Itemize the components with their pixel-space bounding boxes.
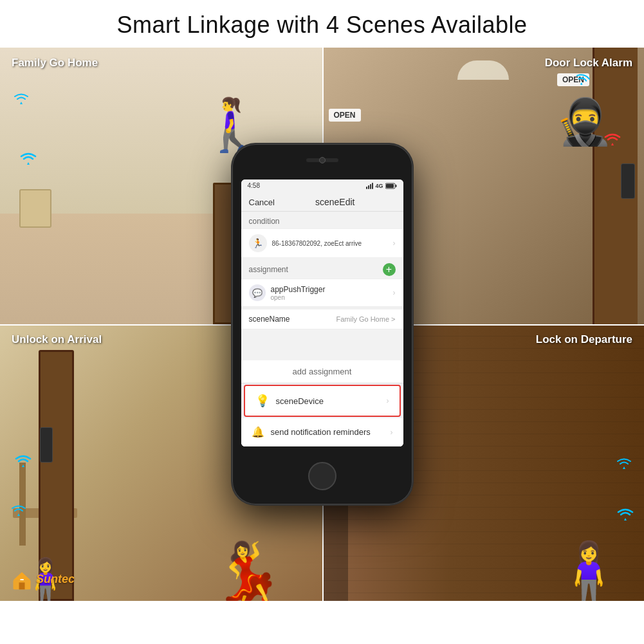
condition-value: 86-18367802092, zoeEct arrive [272,240,388,247]
wifi-signal-1 [19,151,37,168]
bottom-sheet-title: add assignment [241,360,403,383]
notification-chevron: › [391,428,393,437]
page-title: Smart Linkage with 4 Scenes Available [0,0,644,48]
assignment-sub-0: open [271,294,388,301]
phone-device: 4:58 4G [232,144,412,504]
scene-label-departure: Lock on Departure [536,333,632,346]
wifi-signal-arrival-2 [12,504,26,519]
svg-rect-2 [19,582,25,589]
scene-name-row[interactable]: sceneName Family Go Home > [241,307,403,329]
assignment-label: assignment [249,265,288,274]
phone-home-button[interactable] [308,462,336,490]
assignment-add-button[interactable]: + [383,263,396,276]
wifi-signal-departure-2 [617,457,631,472]
scene-label-door-lock: Door Lock Alarm [545,57,632,69]
suntec-brand-text: Suntec [36,573,75,586]
notification-icon: 🔔 [252,426,264,438]
scene-label-unlock: Unlock on Arrival [12,333,102,346]
notification-label: send notification reminders [271,427,384,437]
assignment-header: assignment + [241,258,403,279]
scene-device-chevron: › [387,396,389,405]
scene-name-value: Family Go Home > [336,315,396,323]
bottom-sheet-item-scene-device[interactable]: 💡 sceneDevice › [244,385,401,417]
assignment-icon-0: 💬 [249,284,266,301]
condition-label: condition [241,212,403,228]
condition-icon: 🏃 [249,234,267,252]
open-badge-2: OPEN [329,109,361,122]
svg-rect-6 [395,185,396,187]
status-time: 4:58 [248,182,260,189]
scene-label-family: Family Go Home [12,57,98,69]
wifi-signal-red-1 [603,131,621,149]
bottom-sheet-item-notification[interactable]: 🔔 send notification reminders › [241,418,403,446]
assignment-chevron-0: › [393,288,396,297]
assignment-main-0: appPushTrigger [271,285,388,294]
bottom-sheet: add assignment 💡 sceneDevice › 🔔 send no… [241,360,403,446]
status-bar: 4:58 4G [241,179,403,192]
svg-marker-1 [14,572,31,580]
phone-camera [319,157,326,163]
screen-nav: Cancel sceneEdit [241,192,403,212]
wifi-signal-arrival-1 [14,453,32,470]
svg-rect-7 [386,184,394,188]
wifi-signal-departure-1 [616,506,634,524]
suntec-logo: Suntec [10,567,75,591]
condition-chevron: › [393,239,396,248]
network-type: 4G [375,183,383,189]
nav-title: sceneEdit [315,197,354,207]
scene-device-icon: 💡 [255,394,270,408]
battery-icon [385,183,397,189]
nav-cancel[interactable]: Cancel [249,198,275,207]
condition-row[interactable]: 🏃 86-18367802092, zoeEct arrive › [241,228,403,258]
status-icons: 4G [366,183,396,189]
wifi-signal-2 [14,93,28,107]
phone-screen: 4:58 4G [241,179,403,446]
scenes-grid: 🚶‍♀️ Family Go Home 🥷 [0,48,644,601]
assignment-text-group-0: appPushTrigger open [271,285,388,301]
assignment-row-0[interactable]: 💬 appPushTrigger open › [241,279,403,307]
scene-device-label: sceneDevice [276,396,380,406]
scene-name-label: sceneName [249,315,290,324]
svg-point-4 [23,579,24,580]
